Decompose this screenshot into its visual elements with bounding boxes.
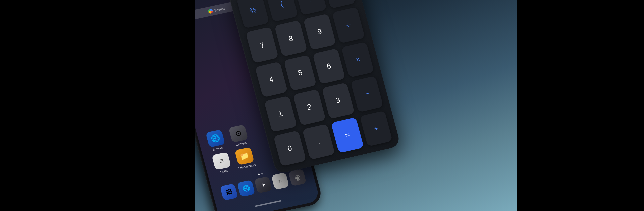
- files-icon: 📁: [234, 147, 254, 165]
- app-files-wrap[interactable]: 📁 File Manager: [232, 147, 257, 170]
- btn-decimal[interactable]: .: [302, 124, 335, 160]
- notes-icon: ≡: [212, 152, 231, 170]
- btn-3[interactable]: 3: [322, 82, 355, 119]
- btn-multiply[interactable]: ×: [341, 42, 374, 78]
- btn-equals[interactable]: =: [331, 117, 364, 153]
- search-text: Search: [214, 6, 225, 12]
- btn-8[interactable]: 8: [274, 20, 308, 57]
- browser-label: Browser: [212, 146, 224, 152]
- dock-assistant[interactable]: ◉: [288, 169, 306, 186]
- black-left-panel: [0, 0, 195, 211]
- btn-add[interactable]: +: [360, 110, 393, 146]
- btn-5[interactable]: 5: [284, 55, 317, 91]
- btn-1[interactable]: 1: [264, 96, 297, 132]
- dot-2: [261, 173, 263, 175]
- btn-backspace[interactable]: [323, 0, 356, 9]
- notes-label: Notes: [220, 169, 229, 174]
- app-camera-wrap[interactable]: ⊙ Camera: [226, 124, 251, 147]
- btn-subtract[interactable]: −: [351, 76, 384, 112]
- black-right-panel: [517, 0, 644, 211]
- btn-2[interactable]: 2: [293, 89, 326, 125]
- dock-photos[interactable]: 🖼: [220, 183, 238, 201]
- dock-browser[interactable]: 🌐: [237, 180, 255, 197]
- dock-notes[interactable]: ≡: [271, 172, 289, 190]
- dock-plus[interactable]: +: [254, 176, 272, 194]
- camera-icon: ⊙: [228, 125, 248, 143]
- btn-0[interactable]: 0: [273, 130, 307, 166]
- btn-4[interactable]: 4: [255, 61, 288, 97]
- camera-label: Camera: [235, 141, 247, 147]
- app-notes-wrap[interactable]: ≡ Notes: [210, 151, 234, 175]
- dot-1: [258, 173, 260, 175]
- dock: 🖼 🌐 + ≡ ◉: [220, 169, 307, 201]
- app-browser-wrap[interactable]: 🌐 Browser: [204, 129, 228, 152]
- btn-open-paren[interactable]: (: [265, 0, 298, 22]
- browser-icon: 🌐: [206, 129, 225, 147]
- home-indicator: [255, 200, 281, 207]
- btn-9[interactable]: 9: [303, 14, 336, 50]
- scene: Search 🌐 Browser ⊙ Camera ≡ Notes 📁: [0, 0, 644, 211]
- btn-percent[interactable]: %: [236, 0, 270, 29]
- btn-6[interactable]: 6: [312, 48, 345, 84]
- google-logo: [207, 8, 213, 14]
- btn-7[interactable]: 7: [246, 27, 279, 63]
- page-dots: [258, 173, 263, 175]
- btn-divide[interactable]: ÷: [332, 7, 365, 43]
- btn-close-paren[interactable]: ): [294, 0, 327, 15]
